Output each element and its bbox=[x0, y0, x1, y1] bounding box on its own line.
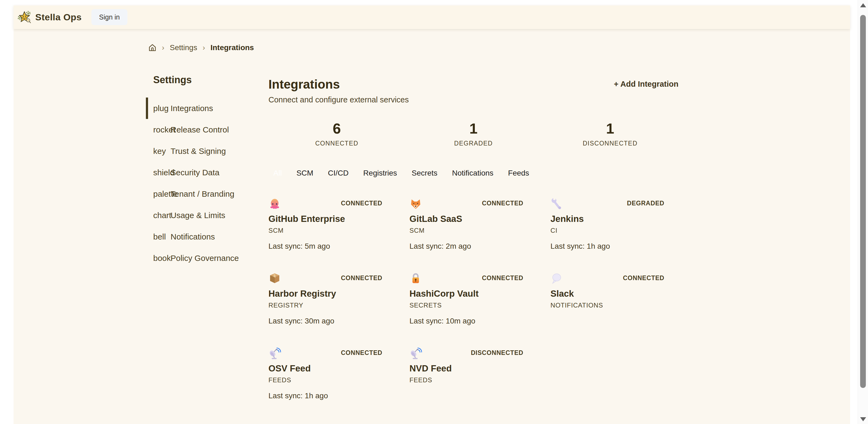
wrench-emoji-icon bbox=[551, 197, 563, 210]
sidebar-item-tenant-branding[interactable]: palette Tenant / Branding bbox=[153, 183, 259, 204]
scroll-down-arrow-icon[interactable] bbox=[860, 417, 866, 421]
status-summary: 6 CONNECTED 1 DEGRADED 1 DISCONNECTED bbox=[269, 121, 678, 147]
integration-type: CI bbox=[551, 227, 664, 234]
stat-value: 6 bbox=[269, 121, 405, 136]
integration-card-nvd-feed[interactable]: DISCONNECTED NVD Feed FEEDS bbox=[409, 347, 523, 412]
integration-card-hashicorp-vault[interactable]: CONNECTED HashiCorp Vault SECRETS Last s… bbox=[409, 272, 523, 337]
sidebar-title: Settings bbox=[153, 74, 259, 86]
integration-type: NOTIFICATIONS bbox=[551, 301, 664, 309]
chevron-separator: › bbox=[203, 44, 205, 52]
sidebar-item-label: Security Data bbox=[170, 168, 219, 177]
last-sync-text: Last sync: 2m ago bbox=[409, 242, 523, 251]
last-sync-text bbox=[409, 391, 523, 400]
integration-name: Harbor Registry bbox=[269, 289, 382, 299]
integration-card-github-enterprise[interactable]: CONNECTED GitHub Enterprise SCM Last syn… bbox=[269, 197, 382, 262]
tab-notifications[interactable]: Notifications bbox=[452, 169, 494, 177]
stat-label: DEGRADED bbox=[405, 140, 542, 147]
integration-card-harbor-registry[interactable]: CONNECTED Harbor Registry REGISTRY Last … bbox=[269, 272, 382, 337]
page-title: Integrations bbox=[269, 77, 340, 92]
status-badge: CONNECTED bbox=[341, 349, 382, 357]
integration-type: SECRETS bbox=[409, 301, 523, 309]
status-badge: CONNECTED bbox=[341, 274, 382, 282]
integration-name: OSV Feed bbox=[269, 363, 382, 373]
sidebar-item-label: Notifications bbox=[170, 232, 215, 241]
status-badge: CONNECTED bbox=[341, 200, 382, 207]
stat-value: 1 bbox=[405, 121, 542, 136]
rocket-icon: rocket bbox=[153, 125, 170, 134]
home-icon[interactable] bbox=[148, 44, 156, 52]
octopus-emoji-icon bbox=[269, 197, 281, 210]
tab-secrets[interactable]: Secrets bbox=[412, 169, 437, 177]
last-sync-text: Last sync: 30m ago bbox=[269, 317, 382, 325]
sidebar-item-policy-governance[interactable]: book Policy Governance bbox=[153, 247, 259, 269]
sidebar-item-security-data[interactable]: shield Security Data bbox=[153, 162, 259, 183]
tab-scm[interactable]: SCM bbox=[297, 169, 313, 177]
integrations-main: Integrations + Add Integration Connect a… bbox=[269, 73, 678, 412]
status-badge: DEGRADED bbox=[627, 200, 664, 207]
integration-name: HashiCorp Vault bbox=[409, 289, 523, 299]
status-badge: CONNECTED bbox=[482, 274, 523, 282]
sidebar-item-integrations[interactable]: plug Integrations bbox=[153, 98, 259, 119]
last-sync-text: Last sync: 1h ago bbox=[269, 391, 382, 400]
integration-name: NVD Feed bbox=[409, 363, 523, 373]
last-sync-text: Last sync: 1h ago bbox=[551, 242, 664, 251]
key-icon: key bbox=[153, 146, 170, 156]
integration-name: GitHub Enterprise bbox=[269, 214, 382, 224]
sidebar-item-release-control[interactable]: rocket Release Control bbox=[153, 119, 259, 140]
scrollbar-thumb[interactable] bbox=[860, 15, 866, 388]
bell-icon: bell bbox=[153, 232, 170, 241]
sidebar-item-usage-limits[interactable]: chart Usage & Limits bbox=[153, 204, 259, 226]
integration-card-gitlab-saas[interactable]: CONNECTED GitLab SaaS SCM Last sync: 2m … bbox=[409, 197, 523, 262]
book-icon: book bbox=[153, 254, 170, 263]
tab-all[interactable]: All bbox=[273, 169, 282, 177]
star-mascot-logo-icon bbox=[18, 10, 31, 24]
sidebar-item-notifications[interactable]: bell Notifications bbox=[153, 226, 259, 247]
stat-disconnected: 1 DISCONNECTED bbox=[542, 121, 678, 147]
stat-label: CONNECTED bbox=[269, 140, 405, 147]
last-sync-text bbox=[551, 317, 664, 325]
satellite-emoji-icon bbox=[269, 347, 281, 360]
scroll-up-arrow-icon[interactable] bbox=[860, 3, 866, 7]
satellite-emoji-icon bbox=[409, 347, 422, 360]
integration-card-slack[interactable]: CONNECTED Slack NOTIFICATIONS bbox=[551, 272, 664, 337]
integration-type: SCM bbox=[269, 227, 382, 234]
integration-name: GitLab SaaS bbox=[409, 214, 523, 224]
last-sync-text: Last sync: 5m ago bbox=[269, 242, 382, 251]
chevron-separator: › bbox=[162, 44, 164, 52]
integration-card-osv-feed[interactable]: CONNECTED OSV Feed FEEDS Last sync: 1h a… bbox=[269, 347, 382, 412]
stat-value: 1 bbox=[542, 121, 678, 136]
sidebar-item-label: Trust & Signing bbox=[170, 146, 226, 156]
add-integration-button[interactable]: + Add Integration bbox=[614, 80, 678, 89]
top-bar: Stella Ops Sign in bbox=[13, 5, 850, 29]
breadcrumb-settings[interactable]: Settings bbox=[170, 43, 197, 52]
stat-degraded: 1 DEGRADED bbox=[405, 121, 542, 147]
plug-icon: plug bbox=[153, 104, 170, 113]
tab-cicd[interactable]: CI/CD bbox=[328, 169, 348, 177]
shield-icon: shield bbox=[153, 168, 170, 177]
integration-card-grid: CONNECTED GitHub Enterprise SCM Last syn… bbox=[269, 197, 678, 412]
status-badge: CONNECTED bbox=[623, 274, 664, 282]
sidebar-item-label: Policy Governance bbox=[170, 254, 239, 263]
app-viewport: Stella Ops Sign in › Settings › Integrat… bbox=[0, 0, 868, 424]
tab-registries[interactable]: Registries bbox=[363, 169, 397, 177]
tab-feeds[interactable]: Feeds bbox=[508, 169, 529, 177]
settings-sidebar: Settings plug Integrations rocket Releas… bbox=[153, 74, 259, 269]
category-tabs: All SCM CI/CD Registries Secrets Notific… bbox=[269, 169, 678, 177]
active-indicator-bar bbox=[146, 98, 148, 119]
sign-in-button[interactable]: Sign in bbox=[91, 9, 127, 25]
status-badge: DISCONNECTED bbox=[471, 349, 523, 357]
sidebar-item-trust-signing[interactable]: key Trust & Signing bbox=[153, 140, 259, 162]
chart-icon: chart bbox=[153, 211, 170, 220]
fox-emoji-icon bbox=[409, 197, 422, 210]
breadcrumb-integrations: Integrations bbox=[210, 43, 254, 52]
lock-emoji-icon bbox=[409, 272, 422, 285]
package-emoji-icon bbox=[269, 272, 281, 285]
stat-label: DISCONNECTED bbox=[542, 140, 678, 147]
integration-type: FEEDS bbox=[409, 376, 523, 384]
integration-card-jenkins[interactable]: DEGRADED Jenkins CI Last sync: 1h ago bbox=[551, 197, 664, 262]
speech-balloon-emoji-icon bbox=[551, 272, 563, 285]
vertical-scrollbar[interactable] bbox=[858, 0, 868, 424]
last-sync-text: Last sync: 10m ago bbox=[409, 317, 523, 325]
stat-connected: 6 CONNECTED bbox=[269, 121, 405, 147]
integration-type: FEEDS bbox=[269, 376, 382, 384]
